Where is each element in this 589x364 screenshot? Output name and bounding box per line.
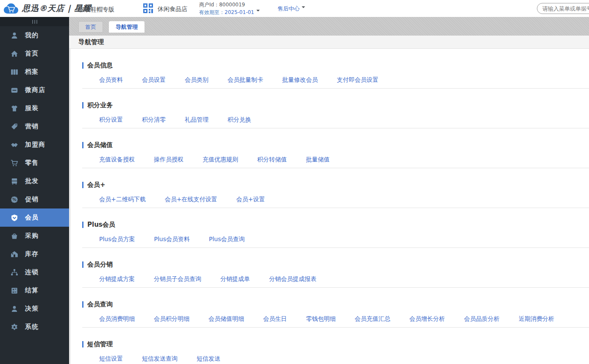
sidebar-item-marketing[interactable]: 营销 <box>0 117 69 136</box>
section-link[interactable]: 短信发送查询 <box>142 355 178 363</box>
archive-icon <box>10 68 18 76</box>
section-link[interactable]: 分销提成方案 <box>99 275 135 283</box>
section-link[interactable]: 会员品质分析 <box>464 315 500 323</box>
section-link[interactable]: Plus会员查询 <box>209 236 245 243</box>
caret-down-icon <box>302 6 305 10</box>
content-area: 会员信息 会员资料 会员设置 会员类别 会员批量制卡 批量修改会员 支付即会员设… <box>69 49 589 364</box>
validity-label: 有效期至： <box>199 9 225 15</box>
section-member-query: 会员查询 会员消费明细 会员积分明细 会员储值明细 会员生日 零钱包明细 会员充… <box>71 288 589 328</box>
section-link[interactable]: 积分兑换 <box>228 116 251 124</box>
section-link[interactable]: 批量修改会员 <box>282 76 318 84</box>
section-link[interactable]: 会员储值明细 <box>208 315 244 323</box>
section-title: Plus会员 <box>87 221 115 229</box>
basket-icon <box>10 232 18 240</box>
section-link[interactable]: 会员类别 <box>185 76 208 84</box>
sidebar-item-purchase[interactable]: 采购 <box>0 227 69 245</box>
section-link[interactable]: 会员设置 <box>142 76 166 84</box>
sidebar-item-home[interactable]: 首页 <box>0 44 69 63</box>
brand-logo: 思迅®天店 | 星耀 <box>3 3 91 14</box>
global-search-input[interactable] <box>537 3 589 14</box>
sidebar-item-member[interactable]: 会员 <box>0 208 69 227</box>
sidebar-item-apparel[interactable]: 服装 <box>0 99 69 117</box>
sidebar-item-inventory[interactable]: 库存 <box>0 245 69 263</box>
section-link[interactable]: 会员充值汇总 <box>355 315 390 323</box>
section-link[interactable]: 零钱包明细 <box>306 315 336 323</box>
person-icon <box>10 31 18 39</box>
section-link[interactable]: 积分清零 <box>142 116 166 124</box>
cart-cloud-icon <box>3 3 19 14</box>
sidebar-item-wholesale[interactable]: 批发 <box>0 172 69 190</box>
section-link[interactable]: 操作员授权 <box>154 156 183 164</box>
app-header: 思迅®天店 | 星耀 服装鞋帽专版 休闲食品店 商户Id：80000019 有效… <box>0 0 589 17</box>
member-shield-icon <box>10 214 18 222</box>
section-title: 会员查询 <box>87 300 113 308</box>
section-marker <box>82 341 83 347</box>
section-link[interactable]: 批量储值 <box>306 156 330 164</box>
section-member-info: 会员信息 会员资料 会员设置 会员类别 会员批量制卡 批量修改会员 支付即会员设… <box>71 49 589 89</box>
section-link[interactable]: 会员批量制卡 <box>228 76 263 84</box>
sidebar-item-franchisee[interactable]: 加盟商 <box>0 136 69 154</box>
tag-icon <box>10 122 18 131</box>
section-link[interactable]: 积分转储值 <box>257 156 287 164</box>
shop-icon <box>10 86 18 94</box>
validity-date: 2025-01-01 <box>225 9 254 15</box>
sidebar: 我的 首页 档案 微商店 服装 营销 加盟商 零售 <box>0 17 69 364</box>
section-link[interactable]: 会员+二维码下载 <box>99 196 146 203</box>
section-title: 积分业务 <box>87 101 113 109</box>
section-link[interactable]: 充值优惠规则 <box>203 156 238 164</box>
sitemap-icon <box>10 268 18 276</box>
sidebar-item-weshop[interactable]: 微商店 <box>0 81 69 99</box>
calculator-icon <box>10 286 18 295</box>
caret-down-icon <box>256 10 260 13</box>
section-link[interactable]: Plus会员方案 <box>99 236 135 243</box>
warehouse-icon <box>10 250 18 258</box>
section-sms-management: 短信管理 短信设置 短信发送查询 短信发送 <box>71 328 589 363</box>
section-link[interactable]: 充值设备授权 <box>99 156 135 164</box>
section-link[interactable]: Plus会员资料 <box>154 236 190 243</box>
section-title: 会员+ <box>87 181 106 189</box>
section-link[interactable]: 短信发送 <box>197 355 220 363</box>
section-link[interactable]: 会员+在线支付设置 <box>165 196 217 203</box>
section-title: 短信管理 <box>87 340 113 348</box>
section-marker <box>82 62 83 69</box>
sidebar-item-mine[interactable]: 我的 <box>0 26 69 44</box>
service-center-menu[interactable]: 售后中心 <box>278 0 305 17</box>
section-link[interactable]: 会员资料 <box>99 76 123 84</box>
user-icon <box>10 305 18 313</box>
qrcode-icon[interactable] <box>143 3 153 13</box>
section-link[interactable]: 礼品管理 <box>185 116 208 124</box>
sidebar-item-system[interactable]: 系统 <box>0 318 69 336</box>
section-title: 会员分销 <box>87 261 113 269</box>
gear-icon <box>10 323 18 331</box>
tab-home[interactable]: 首页 <box>78 21 103 33</box>
section-link[interactable]: 分销会员提成报表 <box>269 275 317 283</box>
section-link[interactable]: 会员生日 <box>263 315 287 323</box>
sidebar-item-decision[interactable]: 决策 <box>0 300 69 318</box>
home-icon <box>10 50 18 58</box>
validity-dropdown[interactable]: 有效期至：2025-01-01 <box>199 8 260 16</box>
section-link[interactable]: 短信设置 <box>99 355 123 363</box>
sidebar-item-promotion[interactable]: % 促销 <box>0 190 69 208</box>
section-link[interactable]: 积分设置 <box>99 116 123 124</box>
section-marker <box>82 142 83 148</box>
section-link[interactable]: 分销提成单 <box>220 275 250 283</box>
merchant-info: 商户Id：80000019 有效期至：2025-01-01 <box>199 1 260 16</box>
sidebar-collapse-handle[interactable] <box>0 17 69 26</box>
section-link[interactable]: 会员+设置 <box>236 196 265 203</box>
section-link[interactable]: 近期消费分析 <box>519 315 554 323</box>
section-link[interactable]: 支付即会员设置 <box>337 76 378 84</box>
sidebar-item-retail[interactable]: 零售 <box>0 154 69 172</box>
section-plus-member: Plus会员 Plus会员方案 Plus会员资料 Plus会员查询 <box>71 208 589 248</box>
tab-navigation-management[interactable]: 导航管理 <box>109 21 144 33</box>
cart-icon <box>10 159 18 167</box>
sidebar-item-archives[interactable]: 档案 <box>0 63 69 81</box>
discount-icon: % <box>10 195 18 203</box>
section-link[interactable]: 会员消费明细 <box>99 315 135 323</box>
sidebar-item-settlement[interactable]: 结算 <box>0 281 69 300</box>
service-center-label: 售后中心 <box>278 6 300 12</box>
sidebar-item-chain[interactable]: 连锁 <box>0 263 69 281</box>
section-link[interactable]: 会员增长分析 <box>409 315 445 323</box>
main-panel: 首页 导航管理 导航管理 会员信息 会员资料 会员设置 会员类别 会员批量制卡 … <box>69 17 589 364</box>
section-link[interactable]: 分销员子会员查询 <box>154 275 201 283</box>
section-link[interactable]: 会员积分明细 <box>154 315 189 323</box>
